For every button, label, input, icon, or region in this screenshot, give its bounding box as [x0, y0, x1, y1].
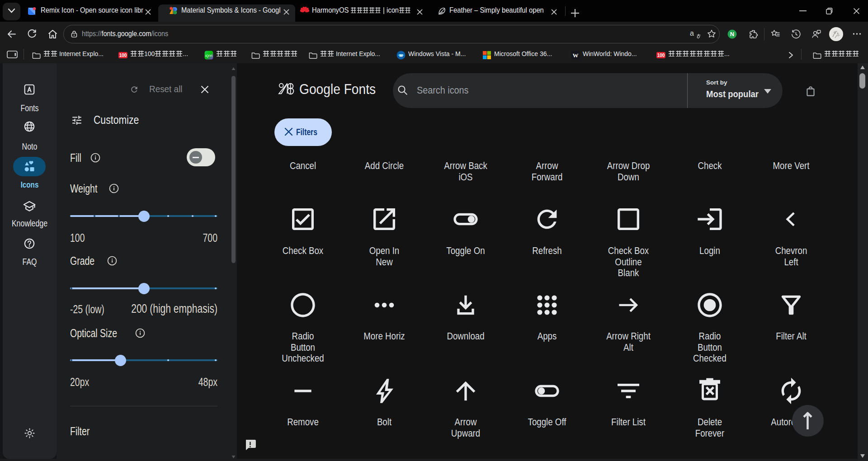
svg-text:M: M: [399, 53, 403, 58]
svg-text:W: W: [573, 52, 579, 59]
svg-text:iQIYI: iQIYI: [205, 54, 212, 58]
svg-text:100: 100: [119, 53, 127, 58]
svg-text:100: 100: [657, 53, 665, 58]
svg-text:N: N: [730, 31, 734, 38]
